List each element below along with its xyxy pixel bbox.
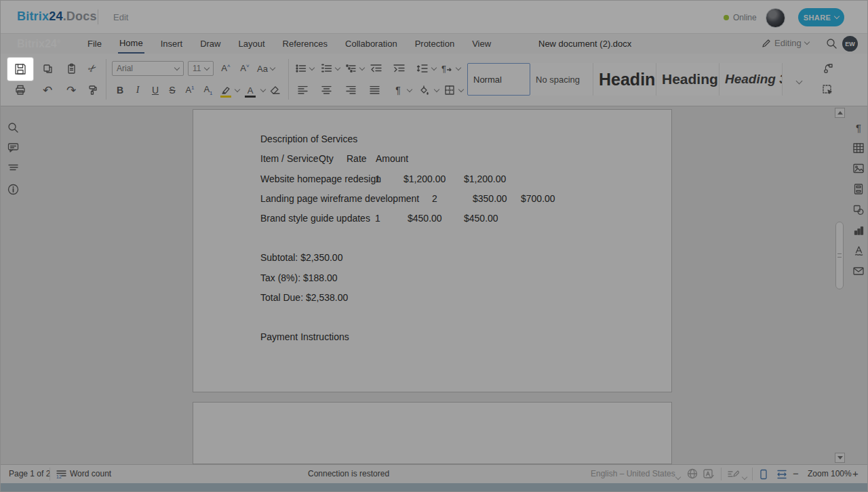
- save-icon: [14, 62, 27, 76]
- tour-dim-overlay: [1, 1, 867, 491]
- save-button[interactable]: [7, 58, 33, 81]
- bitrix24-docs-editor: Bitrix24.Docs Edit Online SHARE Bitrix24…: [0, 0, 868, 492]
